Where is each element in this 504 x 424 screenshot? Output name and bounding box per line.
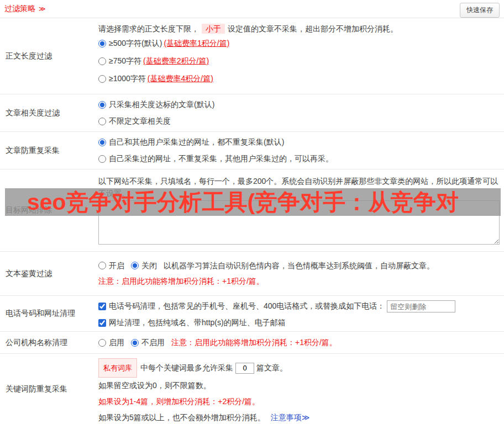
- row-company-name-clean: 公司机构名称清理 启用 不启用 注意：启用此功能将增加积分消耗：+1积分/篇。: [0, 332, 504, 354]
- row-label-dedupe: 文章防重复采集: [0, 132, 98, 169]
- keyword-limit-text: 中每个关键词最多允许采集: [140, 360, 233, 376]
- radio-option-company-off[interactable]: 不启用: [131, 338, 165, 348]
- row-label-keyword-dedupe: 关键词防重复采集: [0, 354, 98, 424]
- radio-label: ≥1000字符: [109, 74, 146, 84]
- radio-company-on[interactable]: [98, 339, 106, 347]
- checkbox-label: 电话号码清理，包括常见的手机号、座机号、400电话格式，或替换成如下电话：: [109, 301, 385, 311]
- radio-dedupe-global[interactable]: [98, 139, 106, 146]
- keyword-note-five: 如果设为5篇或以上，也不会额外增加积分消耗。: [98, 413, 265, 422]
- row-label-porn-filter: 文本鉴黄过滤: [0, 252, 98, 295]
- radio-length-750[interactable]: [98, 57, 106, 65]
- radio-relevance-strict[interactable]: [98, 101, 106, 109]
- row-label-phone-url: 电话号码和网址清理: [0, 296, 98, 331]
- radio-label: 关闭: [141, 258, 157, 273]
- radio-option-relevance-strict[interactable]: 只采集相关度达标的文章(默认): [98, 97, 500, 113]
- keyword-limit-input[interactable]: [235, 363, 254, 374]
- radio-option-length-500[interactable]: ≥500字符(默认) (基础费率1积分/篇): [98, 35, 500, 52]
- row-keyword-dedupe: 关键词防重复采集 私有词库 中每个关键词最多允许采集 篇文章。 如果留空或设为0…: [0, 354, 504, 424]
- radio-option-length-750[interactable]: ≥750字符 (基础费率2积分/篇): [98, 52, 500, 70]
- radio-label: 不限定文章相关度: [109, 116, 171, 126]
- checkbox-url-clean[interactable]: [98, 319, 106, 327]
- radio-label: 启用: [109, 338, 124, 348]
- radio-option-length-1000[interactable]: ≥1000字符 (基础费率4积分/篇): [98, 70, 500, 88]
- private-lexicon-badge: 私有词库: [98, 358, 137, 378]
- radio-option-porn-off[interactable]: 关闭: [131, 258, 157, 273]
- row-body-length-filter: 正文长度过滤 请选择需求的正文长度下限，小于设定值的文章不采集，超出部分不增加积…: [0, 18, 504, 94]
- row-site-exclude: 目标网站排除 以下网站不采集，只填域名，每行一个，最多200个。系统会自动识别并…: [0, 169, 504, 252]
- radio-option-relevance-any[interactable]: 不限定文章相关度: [98, 113, 500, 130]
- site-exclude-description: 以下网站不采集，只填域名，每行一个，最多200个。系统会自动识别并屏蔽那些非文章…: [98, 175, 500, 199]
- radio-company-off[interactable]: [131, 339, 139, 347]
- desc-pre: 请选择需求的正文长度下限，: [98, 24, 199, 33]
- radio-relevance-any[interactable]: [98, 118, 106, 125]
- header: 过滤策略 ≫ 快速保存: [0, 0, 504, 18]
- row-label-company-clean: 公司机构名称清理: [0, 332, 98, 353]
- porn-filter-cost-note: 注意：启用此功能将增加积分消耗：+1积分/篇。: [98, 273, 500, 289]
- site-exclude-textarea[interactable]: [98, 200, 500, 245]
- row-dedupe-collect: 文章防重复采集 自己和其他用户采集过的网址，都不重复采集(默认) 自己采集过的网…: [0, 132, 504, 169]
- porn-filter-description: 以机器学习算法自动识别色情内容，当色情概率达到系统阈值，自动屏蔽文章。: [164, 258, 434, 273]
- radio-porn-on[interactable]: [98, 262, 106, 269]
- radio-length-1000[interactable]: [98, 75, 106, 83]
- radio-option-dedupe-global[interactable]: 自己和其他用户采集过的网址，都不重复采集(默认): [98, 134, 500, 151]
- checkbox-option-url-clean[interactable]: 网址清理，包括纯域名、带http(s)的网址、电子邮箱: [98, 315, 500, 331]
- radio-label: ≥500字符(默认): [109, 39, 162, 49]
- radio-label: 开启: [109, 258, 124, 273]
- desc-post: 设定值的文章不采集，超出部分不增加积分消耗。: [228, 24, 398, 33]
- page-title[interactable]: 过滤策略 ≫: [4, 4, 45, 14]
- quick-save-button[interactable]: 快速保存: [460, 3, 500, 18]
- radio-label: 自己采集过的网址，不重复采集，其他用户采集过的，可以再采。: [109, 154, 333, 164]
- keyword-note-cost: 如果设为1-4篇，则增加积分消耗：+2积分/篇。: [98, 394, 500, 410]
- checkbox-label: 网址清理，包括纯域名、带http(s)的网址、电子邮箱: [109, 318, 286, 328]
- radio-dedupe-self[interactable]: [98, 155, 106, 163]
- radio-option-porn-on[interactable]: 开启: [98, 258, 124, 273]
- radio-porn-off[interactable]: [131, 262, 139, 269]
- row-relevance-filter: 文章相关度过滤 只采集相关度达标的文章(默认) 不限定文章相关度: [0, 94, 504, 132]
- radio-length-500[interactable]: [98, 40, 106, 47]
- company-clean-cost-note: 注意：启用此功能将增加积分消耗：+1积分/篇。: [171, 338, 337, 348]
- radio-label: ≥750字符: [109, 56, 141, 66]
- collapse-chevron-icon: ≫: [39, 5, 46, 13]
- body-length-description: 请选择需求的正文长度下限，小于设定值的文章不采集，超出部分不增加积分消耗。: [98, 23, 500, 35]
- row-phone-url-clean: 电话号码和网址清理 电话号码清理，包括常见的手机号、座机号、400电话格式，或替…: [0, 296, 504, 332]
- checkbox-option-phone-clean[interactable]: 电话号码清理，包括常见的手机号、座机号、400电话格式，或替换成如下电话：: [98, 301, 385, 311]
- row-porn-filter: 文本鉴黄过滤 开启 关闭 以机器学习算法自动识别色情内容，当色情概率达到系统阈值…: [0, 252, 504, 296]
- row-label-site-exclude: 目标网站排除: [0, 169, 98, 251]
- less-than-highlight: 小于: [202, 24, 225, 34]
- radio-label: 只采集相关度达标的文章(默认): [109, 100, 214, 110]
- fee-note-3: (基础费率4积分/篇): [148, 74, 213, 84]
- fee-note-2: (基础费率2积分/篇): [143, 56, 209, 66]
- replacement-phone-input[interactable]: [387, 300, 455, 312]
- radio-label: 不启用: [141, 338, 165, 348]
- keyword-note-zero: 如果留空或设为0，则不限篇数。: [98, 378, 500, 394]
- page-title-text: 过滤策略: [4, 4, 35, 13]
- checkbox-phone-clean[interactable]: [98, 303, 106, 310]
- radio-label: 自己和其他用户采集过的网址，都不重复采集(默认): [109, 137, 284, 147]
- fee-note-1: (基础费率1积分/篇): [164, 39, 229, 49]
- filter-strategy-page: 过滤策略 ≫ 快速保存 正文长度过滤 请选择需求的正文长度下限，小于设定值的文章…: [0, 0, 504, 424]
- radio-option-dedupe-self[interactable]: 自己采集过的网址，不重复采集，其他用户采集过的，可以再采。: [98, 151, 500, 167]
- radio-option-company-on[interactable]: 启用: [98, 338, 124, 348]
- row-label-relevance: 文章相关度过滤: [0, 94, 98, 131]
- keyword-limit-suffix: 篇文章。: [256, 360, 287, 376]
- row-label-body-length: 正文长度过滤: [0, 18, 98, 94]
- notice-link[interactable]: 注意事项≫: [271, 413, 310, 422]
